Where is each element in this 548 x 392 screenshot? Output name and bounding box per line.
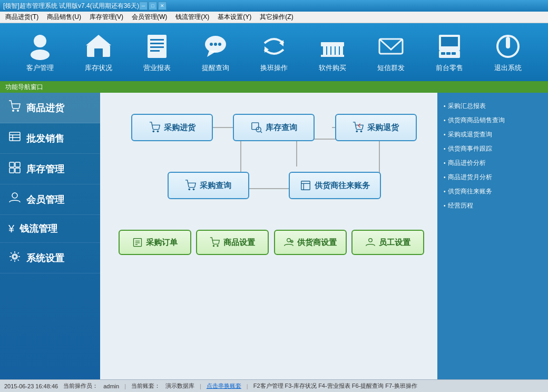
svg-rect-22 bbox=[340, 46, 343, 55]
right-link-0[interactable]: • 采购汇总报表 bbox=[444, 99, 542, 113]
svg-point-44 bbox=[13, 255, 16, 258]
toolbar-buy[interactable]: 软件购买 bbox=[311, 32, 354, 73]
member-icon bbox=[8, 192, 21, 207]
right-link-2[interactable]: • 采购或退货查询 bbox=[444, 128, 542, 142]
btn-query[interactable]: 采购查询 bbox=[168, 172, 249, 199]
toolbar-customer-label: 客户管理 bbox=[26, 63, 54, 73]
status-shortcuts: F2客户管理 F3-库存状况 F4-营业报表 F6-提醒查询 F7-换班操作 bbox=[253, 382, 417, 390]
pos-icon bbox=[435, 32, 464, 61]
right-link-3[interactable]: • 供货商事件跟踪 bbox=[444, 142, 542, 156]
sidebar-label-member: 会员管理 bbox=[26, 193, 64, 206]
svg-point-61 bbox=[193, 189, 195, 191]
btn-supplier[interactable]: 供货商往来账务 bbox=[289, 172, 381, 199]
btn-staff-setup-label: 员工设置 bbox=[379, 238, 410, 248]
minimize-button[interactable]: ─ bbox=[139, 2, 148, 10]
svg-rect-9 bbox=[150, 50, 160, 52]
toolbar-pos[interactable]: 前台零售 bbox=[428, 32, 471, 73]
svg-rect-62 bbox=[301, 181, 310, 190]
sidebar-item-member[interactable]: 会员管理 bbox=[0, 184, 100, 215]
svg-rect-20 bbox=[331, 46, 335, 55]
svg-point-12 bbox=[210, 43, 213, 46]
maximize-button[interactable]: □ bbox=[149, 2, 157, 10]
content-area: 采购进货 库存查询 bbox=[100, 93, 437, 379]
btn-purchase-label: 采购进货 bbox=[164, 123, 195, 133]
svg-rect-28 bbox=[441, 52, 445, 55]
toolbar-sms[interactable]: 短信群发 bbox=[370, 32, 412, 73]
svg-point-60 bbox=[188, 189, 190, 191]
svg-point-43 bbox=[12, 193, 17, 198]
svg-point-33 bbox=[12, 110, 14, 112]
toolbar-remind-label: 提醒查询 bbox=[202, 63, 229, 73]
toolbar-exit-label: 退出系统 bbox=[494, 63, 522, 73]
svg-point-71 bbox=[287, 239, 291, 242]
toolbar-remind[interactable]: 提醒查询 bbox=[194, 32, 237, 73]
toolbar-report[interactable]: 营业报表 bbox=[136, 32, 178, 73]
btn-return-label: 采购退货 bbox=[367, 123, 399, 133]
svg-point-69 bbox=[213, 245, 214, 247]
svg-point-70 bbox=[217, 245, 219, 247]
svg-point-75 bbox=[369, 239, 373, 242]
right-link-4[interactable]: • 商品进价分析 bbox=[444, 156, 542, 170]
btn-goods-setup-label: 商品设置 bbox=[223, 238, 255, 248]
sidebar-label-cashflow: 钱流管理 bbox=[19, 222, 57, 235]
right-link-1[interactable]: • 供货商商品销售查询 bbox=[444, 113, 542, 128]
menu-sales[interactable]: 商品销售(U) bbox=[43, 12, 85, 23]
btn-goods-setup[interactable]: 商品设置 bbox=[196, 230, 269, 255]
svg-rect-26 bbox=[441, 37, 458, 46]
inventory-sidebar-icon bbox=[8, 161, 21, 177]
toolbar-inventory[interactable]: 库存状况 bbox=[77, 32, 120, 73]
right-link-7[interactable]: • 经营历程 bbox=[444, 199, 542, 213]
svg-rect-39 bbox=[9, 162, 14, 167]
menu-settings[interactable]: 基本设置(Y) bbox=[213, 12, 256, 23]
svg-rect-23 bbox=[321, 55, 344, 57]
sidebar-item-settings[interactable]: 系统设置 bbox=[0, 243, 100, 273]
sidebar-item-inventory[interactable]: 库存管理 bbox=[0, 154, 100, 184]
menu-cashflow[interactable]: 钱流管理(X) bbox=[171, 12, 213, 23]
btn-order[interactable]: 采购订单 bbox=[119, 230, 191, 255]
inventory-icon bbox=[84, 32, 113, 61]
toolbar-exit[interactable]: 退出系统 bbox=[487, 32, 529, 73]
right-link-5[interactable]: • 商品进货月分析 bbox=[444, 170, 542, 184]
svg-rect-35 bbox=[9, 132, 20, 141]
svg-line-57 bbox=[260, 131, 262, 133]
close-button[interactable]: ✕ bbox=[158, 2, 167, 10]
svg-rect-8 bbox=[150, 46, 164, 48]
menu-member[interactable]: 会员管理(W) bbox=[128, 12, 171, 23]
window-controls: ─ □ ✕ bbox=[139, 2, 167, 10]
svg-rect-40 bbox=[15, 162, 20, 167]
btn-return[interactable]: 采购退货 bbox=[335, 114, 417, 141]
right-link-6[interactable]: • 供货商往来账务 bbox=[444, 184, 542, 199]
svg-point-13 bbox=[214, 43, 217, 46]
menu-purchase[interactable]: 商品进货(T) bbox=[1, 12, 43, 23]
remind-icon bbox=[201, 32, 230, 61]
svg-rect-17 bbox=[321, 42, 344, 46]
func-nav-bar: 功能导航窗口 bbox=[0, 81, 548, 93]
purchase-icon bbox=[8, 100, 21, 115]
sidebar-item-wholesale[interactable]: 批发销售 bbox=[0, 123, 100, 154]
menu-other[interactable]: 其它操作(Z) bbox=[256, 12, 297, 23]
btn-inventory-query[interactable]: 库存查询 bbox=[233, 114, 315, 141]
cashflow-icon: ¥ bbox=[8, 223, 14, 235]
toolbar-shift[interactable]: 换班操作 bbox=[253, 32, 295, 73]
sidebar-label-wholesale: 批发销售 bbox=[26, 132, 64, 145]
wholesale-icon bbox=[8, 131, 21, 146]
svg-rect-32 bbox=[506, 37, 510, 48]
sms-icon bbox=[376, 32, 406, 61]
btn-query-label: 采购查询 bbox=[200, 181, 231, 191]
sidebar-item-purchase[interactable]: 商品进货 bbox=[0, 93, 100, 123]
svg-point-54 bbox=[156, 131, 159, 133]
report-icon bbox=[142, 32, 172, 61]
sidebar-item-cashflow[interactable]: ¥ 钱流管理 bbox=[0, 215, 100, 243]
svg-rect-30 bbox=[452, 52, 456, 55]
sidebar: 商品进货 批发销售 库存管理 bbox=[0, 93, 100, 379]
sidebar-label-purchase: 商品进货 bbox=[26, 102, 64, 114]
btn-purchase[interactable]: 采购进货 bbox=[131, 114, 213, 141]
svg-rect-29 bbox=[446, 52, 451, 55]
toolbar-customer[interactable]: 客户管理 bbox=[19, 32, 61, 73]
svg-rect-65 bbox=[133, 239, 141, 247]
menu-inventory[interactable]: 库存管理(V) bbox=[85, 12, 128, 23]
btn-staff-setup[interactable]: 员工设置 bbox=[351, 230, 424, 255]
btn-supplier-setup[interactable]: 供货商设置 bbox=[274, 230, 347, 255]
mid-row: 采购查询 供货商往来账务 bbox=[121, 172, 427, 199]
status-switch-link[interactable]: 点击串换账套 bbox=[207, 382, 241, 390]
